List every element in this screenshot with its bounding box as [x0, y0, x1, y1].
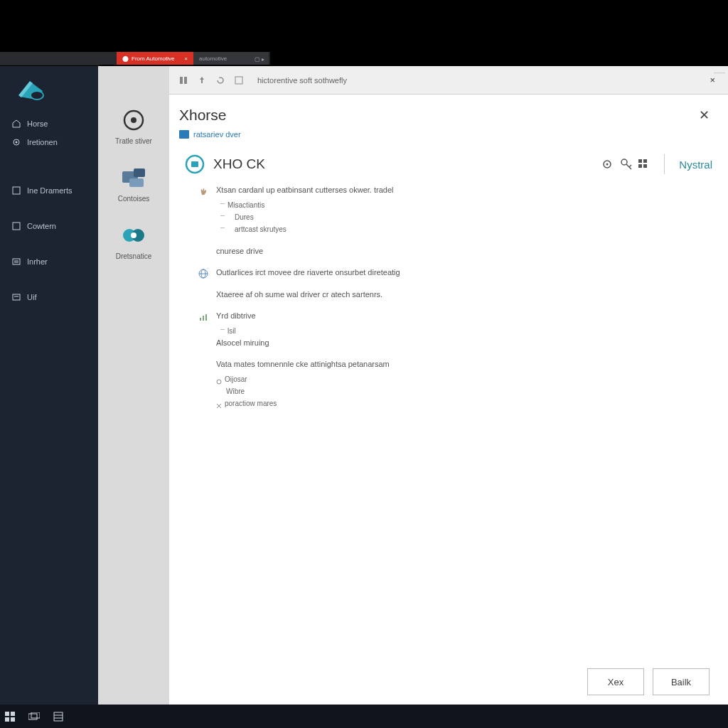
sidebar-item[interactable]: Ine Dramerts	[0, 181, 98, 200]
sidebar-tile-label: Tratle stiver	[115, 137, 152, 145]
sidebar-tile-diagnostics[interactable]: Dretsnatice	[102, 223, 166, 260]
device-header: XHO CK Nystral	[169, 150, 728, 181]
sidebar-item-home[interactable]: Horse	[0, 114, 98, 133]
svg-point-2	[16, 141, 18, 144]
hardware-icon	[119, 165, 148, 191]
sidebar-item[interactable]: Inrher	[0, 252, 98, 271]
install-link[interactable]: Nystral	[679, 159, 712, 171]
sidebar-tile-label: Dretsnatice	[116, 252, 152, 260]
svg-point-25	[621, 159, 627, 165]
svg-rect-37	[205, 314, 207, 321]
sidebar-item-label: Inrher	[27, 257, 48, 266]
system-icons	[603, 158, 650, 171]
svg-point-24	[606, 164, 609, 166]
tab-favicon: ⬤	[122, 55, 129, 62]
svg-rect-4	[13, 223, 20, 230]
dialog-title: Xhorse	[179, 107, 227, 124]
svg-rect-14	[129, 178, 144, 187]
list-item[interactable]: Oijosar	[216, 373, 700, 385]
start-icon[interactable]	[4, 711, 16, 722]
grid-icon	[637, 158, 650, 171]
sidebar-item-label: Horse	[27, 119, 48, 128]
svg-rect-20	[235, 77, 242, 84]
wizard-dialog: Xhorse ✕ ratsariev dver XHO CK	[169, 95, 728, 705]
svg-rect-31	[643, 164, 647, 168]
grid-icon[interactable]	[233, 75, 245, 86]
square-icon	[11, 186, 21, 196]
browser-tab-active[interactable]: ⬤ From Automotive ×	[117, 52, 193, 65]
list-icon	[11, 257, 21, 267]
play-icon[interactable]: ▸	[262, 56, 264, 60]
app-icon[interactable]	[53, 711, 64, 722]
diagnostic-icon	[119, 223, 148, 248]
taskview-icon[interactable]	[28, 711, 40, 722]
list-icon	[11, 292, 21, 302]
detail-section: Yrd dibtrive lsil Alsocel miruing Vata m…	[198, 310, 700, 410]
svg-rect-43	[5, 717, 9, 722]
square-icon	[11, 221, 21, 231]
svg-rect-29	[643, 159, 647, 163]
content-toolbar: hictorentive soft sothwefly ×	[169, 66, 728, 95]
sidebar-item[interactable]: Cowtern	[0, 217, 98, 235]
svg-rect-46	[31, 712, 40, 718]
window-restore-icon[interactable]: ▢	[255, 56, 259, 60]
next-button[interactable]: Xex	[587, 668, 644, 695]
dialog-body: Xtsan cardanl up eatbinsant cutterses ok…	[169, 181, 728, 424]
tree-item[interactable]: arttcast skrutyes	[228, 223, 700, 235]
close-icon[interactable]: ✕	[696, 105, 712, 126]
detail-section: Xtsan cardanl up eatbinsant cutterses ok…	[198, 184, 700, 257]
svg-rect-35	[200, 318, 201, 321]
svg-rect-41	[5, 712, 9, 716]
tree-item[interactable]: lsil	[228, 325, 700, 337]
detail-plain: Alsocel miruing	[216, 337, 700, 349]
svg-rect-13	[134, 168, 145, 177]
back-button[interactable]: Bailk	[653, 668, 710, 695]
browser-tab[interactable]: automotive	[193, 52, 249, 65]
window-minimize-icon[interactable]: —	[714, 66, 725, 79]
globe-icon	[198, 268, 209, 279]
list-item[interactable]: Wibre	[216, 385, 700, 397]
sidebar-item[interactable]: Uif	[0, 288, 98, 306]
tree-item[interactable]: Dures	[228, 211, 700, 223]
svg-rect-28	[638, 159, 642, 163]
tab-label: automotive	[199, 55, 227, 62]
gear-icon	[11, 137, 21, 147]
svg-rect-3	[13, 187, 20, 194]
detail-footer: Vata mates tomnennle cke attinightsa pet…	[216, 358, 700, 370]
sidebar-item[interactable]: Iretionen	[0, 133, 98, 151]
refresh-icon[interactable]	[215, 75, 226, 86]
sidebar-item-label: Uif	[27, 293, 36, 301]
svg-rect-22	[191, 161, 198, 167]
tab-controls: ▢ ▸	[249, 52, 269, 65]
device-title: XHO CK	[213, 156, 265, 172]
detail-text: Yrd dibtrive	[216, 310, 700, 322]
radio-icon	[216, 377, 220, 381]
tree-item[interactable]: Misactiantis	[228, 199, 700, 211]
app-window: Horse Iretionen Ine Dramerts Cowtern Inr…	[0, 66, 728, 705]
sidebar-tile-driver[interactable]: Tratle stiver	[102, 107, 166, 145]
sidebar-tile-connections[interactable]: Contoises	[102, 165, 166, 203]
hand-icon	[198, 186, 209, 197]
svg-rect-42	[11, 712, 15, 716]
svg-point-0	[31, 91, 43, 100]
back-icon[interactable]	[178, 75, 189, 86]
folder-icon	[179, 130, 189, 139]
svg-rect-44	[11, 717, 15, 722]
subtitle-text: ratsariev dver	[193, 130, 241, 139]
pin-icon[interactable]	[196, 75, 208, 86]
content-area: hictorentive soft sothwefly × Xhorse ✕ r…	[169, 66, 728, 705]
key-icon	[620, 158, 633, 171]
device-icon	[185, 154, 205, 174]
svg-point-17	[131, 232, 136, 238]
svg-rect-30	[638, 164, 642, 168]
svg-point-11	[131, 117, 136, 123]
taskbar	[0, 705, 728, 728]
browser-tabs: ⬤ From Automotive × automotive ▢ ▸	[0, 52, 270, 65]
list-item[interactable]: poractiow mares	[216, 397, 700, 410]
dialog-footer: Xex Bailk	[169, 659, 728, 705]
dialog-subtitle[interactable]: ratsariev dver	[169, 130, 728, 150]
brand-logo	[13, 76, 47, 105]
tab-close-icon[interactable]: ×	[184, 55, 188, 62]
detail-footer: cnurese drive	[216, 245, 700, 257]
browser-tab[interactable]	[0, 52, 117, 65]
